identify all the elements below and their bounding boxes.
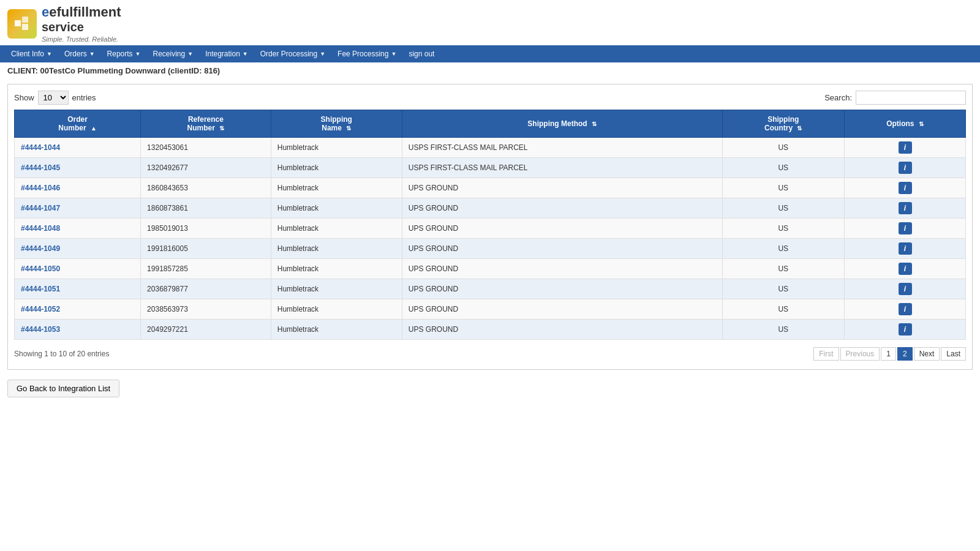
pagination: First Previous 1 2 Next Last — [813, 347, 966, 361]
info-button[interactable]: i — [899, 162, 912, 174]
sort-icon: ⇅ — [919, 121, 924, 127]
order-number-cell: #4444-1050 — [15, 259, 141, 279]
shipping-name-cell: Humbletrack — [271, 299, 402, 320]
nav-order-processing[interactable]: Order Processing ▼ — [254, 45, 331, 62]
shipping-name-cell: Humbletrack — [271, 138, 402, 158]
order-number-link[interactable]: #4444-1049 — [21, 244, 60, 253]
logo-brand: eefulfillment service — [42, 5, 121, 34]
col-reference-number[interactable]: ReferenceNumber ⇅ — [141, 110, 271, 138]
order-number-cell: #4444-1049 — [15, 239, 141, 259]
shipping-method-cell: UPS GROUND — [402, 259, 722, 279]
logo-tagline: Simple. Trusted. Reliable. — [42, 36, 121, 43]
back-button-container: Go Back to Integration List — [7, 380, 973, 397]
shipping-name-cell: Humbletrack — [271, 198, 402, 219]
shipping-method-cell: USPS FIRST-CLASS MAIL PARCEL — [402, 158, 722, 178]
chevron-down-icon: ▼ — [243, 51, 248, 57]
shipping-country-cell: US — [722, 138, 845, 158]
navigation: Client Info ▼ Orders ▼ Reports ▼ Receivi… — [0, 45, 980, 62]
order-number-link[interactable]: #4444-1052 — [21, 305, 60, 313]
nav-fee-processing[interactable]: Fee Processing ▼ — [331, 45, 402, 62]
table-row: #4444-1046 1860843653 Humbletrack UPS GR… — [15, 178, 966, 198]
shipping-country-cell: US — [722, 158, 845, 178]
data-table: OrderNumber ▲ ReferenceNumber ⇅ Shipping… — [14, 110, 966, 340]
sort-icon: ⇅ — [592, 121, 597, 127]
options-cell: i — [845, 138, 966, 158]
nav-client-info[interactable]: Client Info ▼ — [5, 45, 58, 62]
table-row: #4444-1049 1991816005 Humbletrack UPS GR… — [15, 239, 966, 259]
options-cell: i — [845, 178, 966, 198]
order-number-cell: #4444-1044 — [15, 138, 141, 158]
options-cell: i — [845, 320, 966, 340]
shipping-country-cell: US — [722, 178, 845, 198]
info-button[interactable]: i — [899, 303, 912, 315]
table-row: #4444-1053 2049297221 Humbletrack UPS GR… — [15, 320, 966, 340]
search-input[interactable] — [856, 91, 966, 105]
page-1-button[interactable]: 1 — [881, 347, 896, 361]
previous-page-button[interactable]: Previous — [840, 347, 880, 361]
nav-integration[interactable]: Integration ▼ — [199, 45, 254, 62]
info-button[interactable]: i — [899, 323, 912, 335]
info-button[interactable]: i — [899, 182, 912, 194]
order-number-link[interactable]: #4444-1046 — [21, 184, 60, 192]
table-row: #4444-1050 1991857285 Humbletrack UPS GR… — [15, 259, 966, 279]
entries-select[interactable]: 10 25 50 100 — [38, 91, 69, 105]
col-shipping-name[interactable]: ShippingName ⇅ — [271, 110, 402, 138]
info-button[interactable]: i — [899, 263, 912, 275]
info-button[interactable]: i — [899, 283, 912, 295]
page-2-button[interactable]: 2 — [897, 347, 913, 361]
info-button[interactable]: i — [899, 141, 912, 154]
table-container: Show 10 25 50 100 entries Search: OrderN… — [7, 84, 973, 370]
first-page-button[interactable]: First — [813, 347, 839, 361]
order-number-cell: #4444-1053 — [15, 320, 141, 340]
nav-orders[interactable]: Orders ▼ — [58, 45, 101, 62]
shipping-name-cell: Humbletrack — [271, 239, 402, 259]
shipping-name-cell: Humbletrack — [271, 158, 402, 178]
order-number-link[interactable]: #4444-1044 — [21, 143, 60, 152]
signout-link[interactable]: sign out — [402, 50, 440, 58]
info-button[interactable]: i — [899, 222, 912, 234]
shipping-method-cell: UPS GROUND — [402, 279, 722, 299]
info-button[interactable]: i — [899, 202, 912, 214]
sort-icon: ⇅ — [797, 125, 802, 132]
col-options[interactable]: Options ⇅ — [845, 110, 966, 138]
shipping-country-cell: US — [722, 279, 845, 299]
order-number-link[interactable]: #4444-1051 — [21, 285, 60, 293]
shipping-country-cell: US — [722, 259, 845, 279]
info-button[interactable]: i — [899, 242, 912, 255]
col-shipping-method[interactable]: Shipping Method ⇅ — [402, 110, 722, 138]
shipping-country-cell: US — [722, 219, 845, 239]
order-number-link[interactable]: #4444-1050 — [21, 264, 60, 273]
show-label: Show — [14, 93, 34, 102]
nav-reports[interactable]: Reports ▼ — [101, 45, 147, 62]
order-number-link[interactable]: #4444-1053 — [21, 325, 60, 334]
order-number-link[interactable]: #4444-1045 — [21, 163, 60, 172]
logo-container: eefulfillment service Simple. Trusted. R… — [7, 5, 121, 43]
order-number-link[interactable]: #4444-1048 — [21, 224, 60, 233]
back-to-integration-button[interactable]: Go Back to Integration List — [7, 380, 119, 397]
shipping-name-cell: Humbletrack — [271, 259, 402, 279]
client-label: CLIENT: 00TestCo Plummeting Downward (cl… — [0, 62, 980, 79]
sort-icon: ⇅ — [346, 125, 351, 132]
next-page-button[interactable]: Next — [914, 347, 940, 361]
table-row: #4444-1044 1320453061 Humbletrack USPS F… — [15, 138, 966, 158]
options-cell: i — [845, 219, 966, 239]
last-page-button[interactable]: Last — [941, 347, 966, 361]
order-number-cell: #4444-1052 — [15, 299, 141, 320]
reference-number-cell: 1320453061 — [141, 138, 271, 158]
order-number-cell: #4444-1045 — [15, 158, 141, 178]
col-shipping-country[interactable]: ShippingCountry ⇅ — [722, 110, 845, 138]
reference-number-cell: 2036879877 — [141, 279, 271, 299]
header: eefulfillment service Simple. Trusted. R… — [0, 0, 980, 45]
chevron-down-icon: ▼ — [135, 51, 141, 57]
nav-receiving[interactable]: Receiving ▼ — [147, 45, 200, 62]
options-cell: i — [845, 299, 966, 320]
shipping-method-cell: UPS GROUND — [402, 219, 722, 239]
table-footer: Showing 1 to 10 of 20 entries First Prev… — [14, 345, 966, 363]
order-number-link[interactable]: #4444-1047 — [21, 204, 60, 212]
chevron-down-icon: ▼ — [89, 51, 95, 57]
showing-text: Showing 1 to 10 of 20 entries — [14, 350, 109, 358]
chevron-down-icon: ▼ — [320, 51, 325, 57]
search-box: Search: — [824, 91, 966, 105]
col-order-number[interactable]: OrderNumber ▲ — [15, 110, 141, 138]
options-cell: i — [845, 239, 966, 259]
